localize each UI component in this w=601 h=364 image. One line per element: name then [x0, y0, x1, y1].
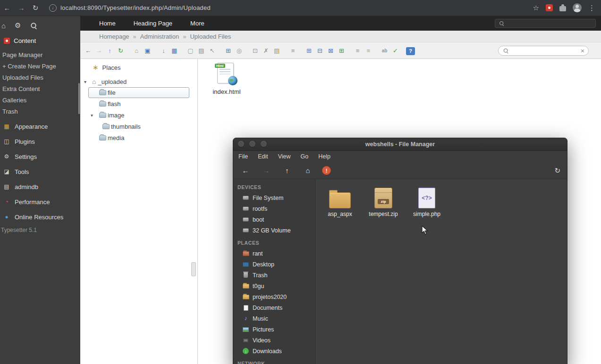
extension-icon[interactable]: [546, 4, 553, 11]
place-music[interactable]: ♪ Music: [233, 313, 315, 324]
sidebar-section-content[interactable]: Content: [0, 36, 80, 49]
toolbar-copy-button[interactable]: ⊡: [250, 45, 261, 56]
gear-icon[interactable]: ⚙: [15, 21, 21, 30]
toolbar-save-button[interactable]: ▦: [169, 45, 180, 56]
file-item-index-html[interactable]: Html index.html: [204, 63, 249, 95]
toolbar-table-delete-button[interactable]: ⊠: [325, 45, 336, 56]
fm-refresh-button[interactable]: ↻: [554, 166, 560, 175]
tree-item-flash[interactable]: flash: [80, 98, 197, 109]
toolbar-open-home-button[interactable]: ⌂: [131, 45, 142, 56]
browser-back-icon[interactable]: ←: [0, 4, 14, 12]
sidebar-item-performance[interactable]: ◔ Performance: [0, 194, 80, 209]
toolbar-pointer-button[interactable]: ↖: [207, 45, 218, 56]
menu-go[interactable]: Go: [301, 153, 309, 160]
window-maximize-button[interactable]: [261, 141, 267, 147]
nav-item-more[interactable]: More: [190, 20, 204, 27]
warning-icon[interactable]: !: [322, 166, 331, 175]
tree-item-places[interactable]: ∗ Places: [80, 62, 197, 73]
home-icon[interactable]: ⌂: [1, 22, 6, 30]
menu-file[interactable]: File: [238, 153, 248, 160]
sidebar-item-plugins[interactable]: ◫ Plugins: [0, 134, 80, 149]
breadcrumb-uploaded-files[interactable]: Uploaded Files: [190, 33, 231, 40]
browser-forward-icon[interactable]: →: [14, 4, 28, 12]
sidebar-item-create-new-page[interactable]: + Create New Page: [0, 61, 80, 72]
breadcrumb-homepage[interactable]: Homepage: [99, 33, 129, 40]
search-icon[interactable]: [30, 22, 37, 29]
toolbar-back-button[interactable]: ←: [83, 45, 93, 56]
sidebar-scrollbar[interactable]: [78, 83, 80, 114]
window-minimize-button[interactable]: [249, 141, 255, 147]
device-boot[interactable]: boot: [233, 214, 315, 225]
nav-item-home[interactable]: Home: [99, 20, 116, 27]
address-bar[interactable]: localhost:8090/Typesetter/index.php/Admi…: [60, 4, 211, 11]
sidebar-item-online-resources[interactable]: ● Online Resources: [0, 209, 80, 224]
fm-up-button[interactable]: ↑: [280, 165, 294, 177]
window-close-button[interactable]: [238, 141, 244, 147]
place-pictures[interactable]: Pictures: [233, 324, 315, 335]
toolbar-preview-button[interactable]: ◎: [234, 45, 245, 56]
tree-item-file-selected[interactable]: file: [88, 87, 189, 98]
place-trash[interactable]: Trash: [233, 270, 315, 281]
toolbar-forward-button[interactable]: →: [93, 45, 104, 56]
toolbar-table-resize-button[interactable]: ⊞: [336, 45, 347, 56]
menu-edit[interactable]: Edit: [258, 153, 268, 160]
extensions-puzzle-icon[interactable]: [559, 6, 566, 11]
menu-help[interactable]: Help: [318, 153, 330, 160]
toolbar-download-button[interactable]: ↓: [158, 45, 169, 56]
tree-item-media[interactable]: media: [80, 132, 197, 143]
toolbar-up-button[interactable]: ↑: [104, 45, 115, 56]
toolbar-search-input[interactable]: [509, 47, 581, 55]
place-projetos2020[interactable]: projetos2020: [233, 291, 315, 302]
sidebar-item-page-manager[interactable]: Page Manager: [0, 50, 80, 61]
sidebar-item-appearance[interactable]: ▦ Appearance: [0, 119, 80, 134]
collapse-caret-icon[interactable]: ▾: [84, 79, 86, 84]
toolbar-help-button[interactable]: ?: [406, 47, 415, 55]
sidebar-item-trash[interactable]: Trash: [0, 106, 80, 117]
toolbar-align-right-button[interactable]: ≡: [363, 45, 374, 56]
site-info-icon[interactable]: i: [49, 4, 57, 12]
toolbar-grid-view-button[interactable]: ⊞: [223, 45, 234, 56]
device-32gb-volume[interactable]: 32 GB Volume: [233, 225, 315, 236]
fm-home-button[interactable]: ⌂: [301, 165, 314, 177]
toolbar-table-insert-button[interactable]: ⊟: [314, 45, 325, 56]
fm-file-simple-php[interactable]: <?> simple.php: [406, 185, 448, 217]
site-search-input[interactable]: [505, 19, 593, 28]
place-rant[interactable]: rant: [233, 248, 315, 259]
browser-reload-icon[interactable]: ↻: [28, 4, 42, 12]
tree-item-thumbnails[interactable]: thumbnails: [80, 121, 197, 132]
nav-item-heading-page[interactable]: Heading Page: [134, 20, 172, 27]
sidebar-item-uploaded-files[interactable]: Uploaded Files: [0, 72, 80, 83]
tree-item-uploaded-root[interactable]: ▾ ⌂ _uploaded: [80, 76, 197, 87]
browser-menu-icon[interactable]: ⋮: [588, 4, 595, 12]
toolbar-view-display-button[interactable]: ▣: [142, 45, 153, 56]
device-rootfs[interactable]: rootfs: [233, 203, 315, 214]
toolbar-rename-button[interactable]: ab: [379, 45, 390, 56]
sidebar-item-tools[interactable]: ◪ Tools: [0, 164, 80, 179]
toolbar-align-left-button[interactable]: ≡: [352, 45, 363, 56]
panel-resize-handle[interactable]: [191, 262, 196, 276]
menu-view[interactable]: View: [278, 153, 291, 160]
fm-back-button[interactable]: ←: [239, 165, 252, 177]
place-downloads[interactable]: ↓ Downloads: [233, 346, 315, 356]
place-documents[interactable]: Documents: [233, 302, 315, 313]
window-titlebar[interactable]: webshells - File Manager: [233, 138, 567, 151]
toolbar-paste-button[interactable]: ▤: [271, 45, 282, 56]
toolbar-new-file-button[interactable]: ▢: [185, 45, 196, 56]
place-desktop[interactable]: Desktop: [233, 259, 315, 270]
fm-forward-button[interactable]: →: [260, 165, 273, 177]
fm-file-asp-aspx[interactable]: asp_aspx: [319, 185, 361, 217]
sidebar-item-extra-content[interactable]: Extra Content: [0, 83, 80, 95]
toolbar-confirm-button[interactable]: ✓: [390, 45, 401, 56]
place-t0gu[interactable]: t0gu: [233, 281, 315, 291]
toolbar-table-button[interactable]: ⊞: [304, 45, 314, 56]
toolbar-text-file-button[interactable]: ≡: [288, 45, 298, 56]
tree-item-image[interactable]: ▾ image: [80, 109, 197, 121]
profile-avatar[interactable]: [573, 3, 582, 12]
clear-search-icon[interactable]: ×: [581, 48, 584, 54]
sidebar-item-admindb[interactable]: ▤ admindb: [0, 179, 80, 194]
fm-file-tempest-zip[interactable]: zip tempest.zip: [362, 185, 405, 217]
toolbar-reload-button[interactable]: ↻: [115, 45, 126, 56]
breadcrumb-administration[interactable]: Administration: [140, 33, 179, 40]
toolbar-save-as-button[interactable]: ▤: [196, 45, 207, 56]
sidebar-item-settings[interactable]: ⚙ Settings: [0, 149, 80, 164]
